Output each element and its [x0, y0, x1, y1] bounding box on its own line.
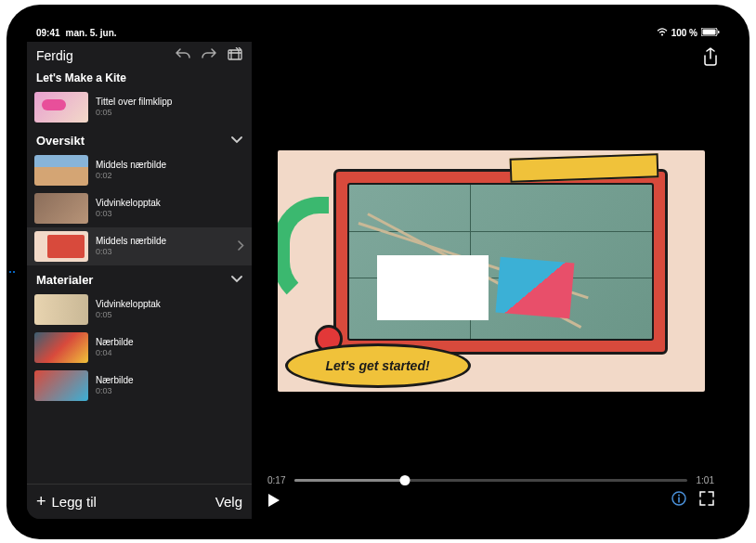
- done-button[interactable]: Ferdig: [36, 48, 73, 63]
- clip-name: Vidvinkelopptak: [96, 198, 244, 209]
- section-header-oversikt[interactable]: Oversikt: [27, 126, 252, 151]
- clip-name: Vidvinkelopptak: [96, 299, 244, 310]
- speech-bubble: Let's get started!: [285, 343, 471, 388]
- scrubber-track[interactable]: [294, 479, 686, 482]
- section-header-materialer[interactable]: Materialer: [27, 265, 252, 291]
- clip-thumbnail: [34, 294, 88, 325]
- clip-name: Middels nærbilde: [96, 160, 244, 171]
- clip-duration: 0:03: [96, 386, 244, 395]
- project-title: Let's Make a Kite: [27, 70, 252, 88]
- section-title: Materialer: [36, 273, 93, 287]
- svg-point-5: [678, 494, 680, 496]
- bubble-text: Let's get started!: [325, 358, 429, 373]
- clip-row[interactable]: Nærbilde 0:03: [27, 367, 252, 405]
- svg-rect-2: [718, 31, 720, 33]
- svg-rect-6: [678, 497, 680, 502]
- add-label: Legg til: [52, 494, 97, 510]
- plus-icon: +: [36, 492, 46, 511]
- scrubber-playhead[interactable]: [399, 475, 410, 485]
- scrubber-progress: [294, 479, 404, 482]
- ipad-frame: 09:41 man. 5. jun. 100 % Ferdig: [7, 5, 749, 539]
- playback-controls: 0:17 1:01: [253, 472, 729, 519]
- status-time: 09:41: [36, 28, 60, 38]
- battery-icon: [701, 28, 720, 38]
- time-total: 1:01: [697, 475, 714, 485]
- chevron-down-icon: [231, 134, 242, 147]
- clip-thumbnail: [34, 193, 88, 224]
- chevron-right-icon: [238, 240, 244, 252]
- svg-rect-1: [703, 30, 716, 35]
- decor-green-curl: [278, 197, 329, 308]
- clip-row[interactable]: Vidvinkelopptak 0:03: [27, 189, 252, 227]
- battery-text: 100 %: [671, 28, 697, 38]
- clip-duration: 0:02: [96, 171, 244, 180]
- clip-thumbnail: [34, 155, 88, 186]
- sidebar: Ferdig Let's Make a Kite: [27, 42, 253, 519]
- clip-thumbnail: [34, 332, 88, 363]
- status-date: man. 5. jun.: [66, 28, 117, 38]
- clip-thumbnail: [34, 92, 88, 123]
- clip-name: Tittel over filmklipp: [96, 97, 244, 108]
- status-bar: 09:41 man. 5. jun. 100 %: [27, 25, 729, 42]
- clip-row-selected[interactable]: Middels nærbilde 0:03: [27, 227, 252, 265]
- chevron-down-icon: [231, 273, 242, 286]
- fullscreen-icon[interactable]: [699, 491, 714, 510]
- decor-frame: [333, 169, 668, 355]
- time-current: 0:17: [267, 475, 285, 485]
- clip-duration: 0:03: [96, 209, 244, 218]
- clip-thumbnail: [34, 370, 88, 401]
- select-button[interactable]: Velg: [215, 494, 242, 510]
- clip-name: Middels nærbilde: [96, 236, 230, 247]
- decor-tape: [509, 153, 658, 183]
- clip-duration: 0:05: [96, 310, 244, 319]
- app-content: Ferdig Let's Make a Kite: [27, 42, 729, 519]
- screen: 09:41 man. 5. jun. 100 % Ferdig: [27, 25, 729, 519]
- title-clip-row[interactable]: Tittel over filmklipp 0:05: [27, 88, 252, 126]
- share-icon[interactable]: [703, 47, 718, 66]
- undo-icon[interactable]: [176, 47, 190, 64]
- info-icon[interactable]: [671, 491, 686, 510]
- storyboard-icon[interactable]: [228, 47, 242, 64]
- add-button[interactable]: + Legg til: [36, 492, 97, 511]
- clip-thumbnail: [34, 231, 88, 262]
- clip-name: Nærbilde: [96, 375, 244, 386]
- wifi-icon: [657, 28, 668, 38]
- play-button[interactable]: [267, 493, 280, 508]
- clip-duration: 0:04: [96, 348, 244, 357]
- clip-list[interactable]: Tittel over filmklipp 0:05 Oversikt: [27, 88, 252, 484]
- main-area: Let's get started! 0:17 1:01: [253, 42, 729, 519]
- video-preview[interactable]: Let's get started!: [278, 150, 705, 392]
- preview-area: Let's get started!: [253, 71, 729, 472]
- redo-icon[interactable]: [202, 47, 216, 64]
- clip-duration: 0:05: [96, 108, 244, 117]
- side-indicator: [9, 271, 15, 273]
- clip-row[interactable]: Vidvinkelopptak 0:05: [27, 291, 252, 329]
- clip-row[interactable]: Nærbilde 0:04: [27, 329, 252, 367]
- clip-row[interactable]: Middels nærbilde 0:02: [27, 151, 252, 189]
- svg-rect-3: [228, 50, 241, 59]
- clip-name: Nærbilde: [96, 337, 244, 348]
- clip-duration: 0:03: [96, 247, 230, 256]
- section-title: Oversikt: [36, 134, 85, 148]
